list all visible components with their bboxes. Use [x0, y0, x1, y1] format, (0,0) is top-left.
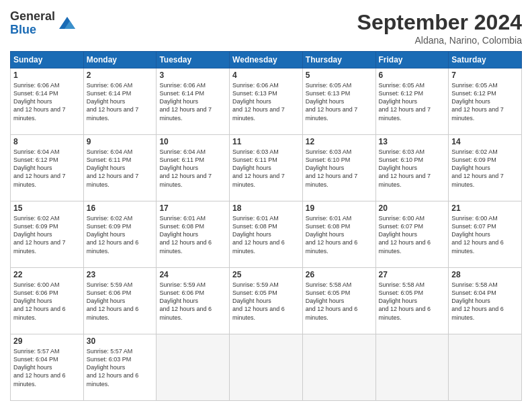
cell-info: Sunrise: 6:03 AMSunset: 6:10 PMDaylight … — [306, 148, 358, 188]
day-number: 20 — [379, 203, 446, 213]
table-row: 28 Sunrise: 5:58 AMSunset: 6:04 PMDaylig… — [449, 268, 522, 334]
table-row: 9 Sunrise: 6:04 AMSunset: 6:11 PMDayligh… — [83, 135, 157, 201]
table-row: 30 Sunrise: 5:57 AMSunset: 6:03 PMDaylig… — [83, 334, 157, 401]
table-row: 3 Sunrise: 6:06 AMSunset: 6:14 PMDayligh… — [157, 68, 230, 135]
table-row — [375, 334, 449, 401]
table-row: 20 Sunrise: 6:00 AMSunset: 6:07 PMDaylig… — [375, 201, 449, 268]
cell-info: Sunrise: 6:06 AMSunset: 6:13 PMDaylight … — [232, 82, 285, 122]
cell-info: Sunrise: 6:06 AMSunset: 6:14 PMDaylight … — [159, 82, 212, 122]
title-section: September 2024 Aldana, Narino, Colombia — [357, 10, 522, 46]
cell-info: Sunrise: 6:00 AMSunset: 6:06 PMDaylight … — [13, 281, 66, 321]
calendar-week-row: 8 Sunrise: 6:04 AMSunset: 6:12 PMDayligh… — [11, 135, 522, 201]
day-number: 6 — [379, 71, 446, 80]
day-number: 12 — [306, 137, 373, 146]
cell-info: Sunrise: 5:58 AMSunset: 6:05 PMDaylight … — [379, 281, 431, 321]
cell-info: Sunrise: 5:59 AMSunset: 6:06 PMDaylight … — [87, 281, 139, 321]
cell-info: Sunrise: 6:06 AMSunset: 6:14 PMDaylight … — [87, 82, 139, 122]
cell-info: Sunrise: 5:59 AMSunset: 6:06 PMDaylight … — [159, 281, 212, 321]
table-row: 7 Sunrise: 6:05 AMSunset: 6:12 PMDayligh… — [449, 68, 522, 135]
day-number: 1 — [13, 71, 81, 80]
cell-info: Sunrise: 6:00 AMSunset: 6:07 PMDaylight … — [379, 215, 431, 255]
logo-text: General Blue — [10, 10, 55, 37]
table-row: 15 Sunrise: 6:02 AMSunset: 6:09 PMDaylig… — [11, 201, 84, 268]
day-number: 15 — [13, 203, 81, 213]
calendar-week-row: 22 Sunrise: 6:00 AMSunset: 6:06 PMDaylig… — [11, 268, 522, 334]
table-row — [449, 334, 522, 401]
day-number: 26 — [306, 270, 373, 279]
table-row: 26 Sunrise: 5:58 AMSunset: 6:05 PMDaylig… — [302, 268, 375, 334]
col-sunday: Sunday — [11, 52, 84, 68]
day-number: 24 — [159, 270, 226, 279]
day-number: 7 — [451, 71, 519, 80]
cell-info: Sunrise: 5:58 AMSunset: 6:05 PMDaylight … — [306, 281, 358, 321]
cell-info: Sunrise: 6:05 AMSunset: 6:12 PMDaylight … — [451, 82, 504, 122]
day-number: 14 — [451, 137, 519, 146]
logo-general: General — [10, 10, 55, 24]
table-row: 11 Sunrise: 6:03 AMSunset: 6:11 PMDaylig… — [230, 135, 303, 201]
table-row: 1 Sunrise: 6:06 AMSunset: 6:14 PMDayligh… — [11, 68, 84, 135]
day-number: 19 — [306, 203, 373, 213]
table-row: 22 Sunrise: 6:00 AMSunset: 6:06 PMDaylig… — [11, 268, 84, 334]
table-row: 16 Sunrise: 6:02 AMSunset: 6:09 PMDaylig… — [83, 201, 157, 268]
table-row: 2 Sunrise: 6:06 AMSunset: 6:14 PMDayligh… — [83, 68, 157, 135]
table-row: 25 Sunrise: 5:59 AMSunset: 6:05 PMDaylig… — [230, 268, 303, 334]
calendar-week-row: 1 Sunrise: 6:06 AMSunset: 6:14 PMDayligh… — [11, 68, 522, 135]
table-row: 23 Sunrise: 5:59 AMSunset: 6:06 PMDaylig… — [83, 268, 157, 334]
calendar: Sunday Monday Tuesday Wednesday Thursday… — [10, 51, 522, 401]
cell-info: Sunrise: 5:59 AMSunset: 6:05 PMDaylight … — [232, 281, 285, 321]
cell-info: Sunrise: 6:05 AMSunset: 6:13 PMDaylight … — [306, 82, 358, 122]
cell-info: Sunrise: 6:00 AMSunset: 6:07 PMDaylight … — [451, 215, 504, 255]
day-number: 2 — [87, 71, 154, 80]
month-title: September 2024 — [357, 10, 522, 35]
cell-info: Sunrise: 6:04 AMSunset: 6:12 PMDaylight … — [13, 148, 66, 188]
table-row: 6 Sunrise: 6:05 AMSunset: 6:12 PMDayligh… — [375, 68, 449, 135]
table-row: 12 Sunrise: 6:03 AMSunset: 6:10 PMDaylig… — [302, 135, 375, 201]
location: Aldana, Narino, Colombia — [357, 35, 522, 46]
col-wednesday: Wednesday — [230, 52, 303, 68]
col-saturday: Saturday — [449, 52, 522, 68]
table-row — [230, 334, 303, 401]
calendar-week-row: 15 Sunrise: 6:02 AMSunset: 6:09 PMDaylig… — [11, 201, 522, 268]
day-number: 9 — [87, 137, 154, 146]
cell-info: Sunrise: 6:03 AMSunset: 6:10 PMDaylight … — [379, 148, 431, 188]
table-row — [302, 334, 375, 401]
cell-info: Sunrise: 6:05 AMSunset: 6:12 PMDaylight … — [379, 82, 431, 122]
day-number: 3 — [159, 71, 226, 80]
table-row: 5 Sunrise: 6:05 AMSunset: 6:13 PMDayligh… — [302, 68, 375, 135]
day-number: 5 — [306, 71, 373, 80]
logo: General Blue — [10, 10, 77, 37]
table-row: 27 Sunrise: 5:58 AMSunset: 6:05 PMDaylig… — [375, 268, 449, 334]
table-row: 24 Sunrise: 5:59 AMSunset: 6:06 PMDaylig… — [157, 268, 230, 334]
table-row: 18 Sunrise: 6:01 AMSunset: 6:08 PMDaylig… — [230, 201, 303, 268]
cell-info: Sunrise: 6:02 AMSunset: 6:09 PMDaylight … — [87, 215, 139, 255]
cell-info: Sunrise: 5:58 AMSunset: 6:04 PMDaylight … — [451, 281, 504, 321]
header: General Blue September 2024 Aldana, Nari… — [10, 10, 522, 46]
day-number: 17 — [159, 203, 226, 213]
day-number: 16 — [87, 203, 154, 213]
cell-info: Sunrise: 6:04 AMSunset: 6:11 PMDaylight … — [159, 148, 212, 188]
table-row: 8 Sunrise: 6:04 AMSunset: 6:12 PMDayligh… — [11, 135, 84, 201]
table-row: 10 Sunrise: 6:04 AMSunset: 6:11 PMDaylig… — [157, 135, 230, 201]
cell-info: Sunrise: 6:01 AMSunset: 6:08 PMDaylight … — [306, 215, 358, 255]
day-number: 10 — [159, 137, 226, 146]
calendar-week-row: 29 Sunrise: 5:57 AMSunset: 6:04 PMDaylig… — [11, 334, 522, 401]
page: General Blue September 2024 Aldana, Nari… — [0, 0, 532, 411]
table-row: 14 Sunrise: 6:02 AMSunset: 6:09 PMDaylig… — [449, 135, 522, 201]
cell-info: Sunrise: 6:03 AMSunset: 6:11 PMDaylight … — [232, 148, 285, 188]
logo-blue: Blue — [10, 24, 55, 37]
day-number: 29 — [13, 336, 81, 346]
day-number: 4 — [232, 71, 300, 80]
day-number: 18 — [232, 203, 300, 213]
col-monday: Monday — [83, 52, 157, 68]
cell-info: Sunrise: 6:02 AMSunset: 6:09 PMDaylight … — [13, 215, 66, 255]
day-number: 21 — [451, 203, 519, 213]
day-number: 11 — [232, 137, 300, 146]
cell-info: Sunrise: 6:06 AMSunset: 6:14 PMDaylight … — [13, 82, 66, 122]
day-number: 8 — [13, 137, 81, 146]
table-row: 4 Sunrise: 6:06 AMSunset: 6:13 PMDayligh… — [230, 68, 303, 135]
day-number: 23 — [87, 270, 154, 279]
table-row: 29 Sunrise: 5:57 AMSunset: 6:04 PMDaylig… — [11, 334, 84, 401]
calendar-header-row: Sunday Monday Tuesday Wednesday Thursday… — [11, 52, 522, 68]
cell-info: Sunrise: 6:04 AMSunset: 6:11 PMDaylight … — [87, 148, 139, 188]
table-row: 19 Sunrise: 6:01 AMSunset: 6:08 PMDaylig… — [302, 201, 375, 268]
